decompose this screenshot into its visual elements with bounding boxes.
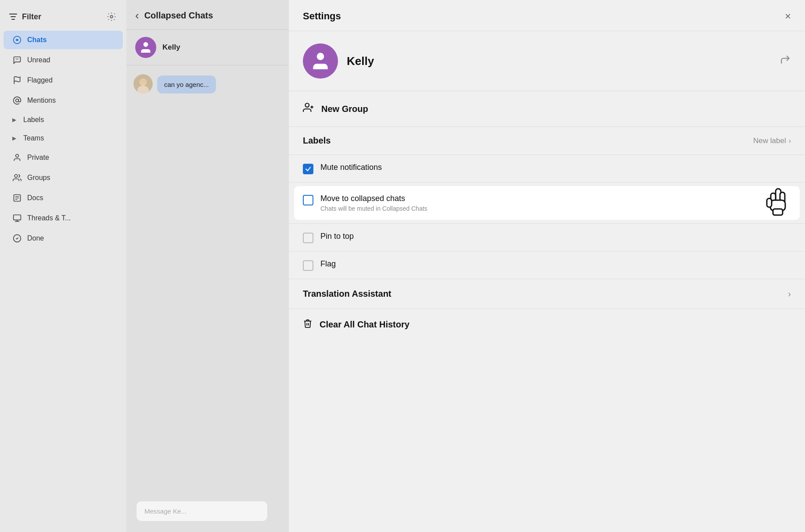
profile-avatar [303, 43, 338, 79]
profile-section: Kelly [289, 31, 805, 91]
sidebar-item-label: Groups [27, 174, 50, 182]
flag-item: Flag [289, 252, 805, 279]
sidebar-item-flagged[interactable]: Flagged [4, 71, 123, 90]
svg-rect-34 [773, 209, 783, 215]
sender-avatar [133, 74, 153, 93]
settings-header: Settings × [289, 0, 805, 31]
chat-user-row[interactable]: Kelly [126, 30, 289, 65]
new-label-button[interactable]: New label › [753, 137, 791, 145]
svg-rect-33 [767, 198, 772, 207]
profile-action-icon[interactable] [780, 54, 791, 68]
message-input[interactable]: Message Ke... [136, 501, 268, 521]
move-to-collapsed-item: Move to collapsed chats Chats will be mu… [294, 186, 800, 220]
move-to-collapsed-label: Move to collapsed chats [320, 194, 428, 203]
svg-point-6 [16, 39, 18, 41]
middle-header: ‹ Collapsed Chats [126, 0, 289, 30]
middle-panel: ‹ Collapsed Chats Kelly [126, 0, 289, 532]
svg-point-10 [16, 155, 19, 158]
flag-icon [12, 75, 22, 85]
svg-point-20 [144, 42, 148, 47]
message-row: can yo agenc... [126, 65, 289, 102]
gear-icon[interactable] [105, 11, 118, 23]
docs-icon [12, 193, 22, 203]
move-to-collapsed-wrapper: Move to collapsed chats Chats will be mu… [289, 183, 805, 224]
chats-icon [12, 35, 22, 45]
person-icon [12, 153, 22, 162]
new-group-label: New Group [321, 104, 368, 114]
svg-point-25 [317, 53, 324, 60]
labels-section: Labels New label › [289, 127, 805, 155]
move-to-collapsed-checkbox[interactable] [303, 195, 313, 205]
flag-checkbox[interactable] [303, 260, 313, 271]
new-label-text: New label [753, 137, 786, 145]
sidebar-item-unread[interactable]: Unread [4, 51, 123, 69]
sidebar-item-label: Unread [27, 56, 50, 64]
sidebar-item-label: Mentions [27, 97, 56, 104]
pin-to-top-checkbox[interactable] [303, 233, 313, 243]
pin-to-top-item: Pin to top [289, 224, 805, 252]
sidebar-item-teams[interactable]: ▶ Teams [4, 130, 123, 147]
move-to-collapsed-sublabel: Chats will be muted in Collapsed Chats [320, 205, 428, 212]
new-group-section[interactable]: New Group [289, 91, 805, 127]
sidebar: Filter Chats Unread [0, 0, 126, 532]
flag-label: Flag [320, 259, 336, 269]
sidebar-item-label: Threads & T... [27, 214, 71, 222]
threads-icon [12, 213, 22, 223]
chevron-right-icon: › [789, 137, 791, 145]
sidebar-item-done[interactable]: Done [4, 229, 123, 248]
sidebar-filter-label[interactable]: Filter [22, 12, 41, 22]
sidebar-item-label: Labels [23, 116, 44, 124]
sidebar-item-private[interactable]: Private [4, 148, 123, 167]
sidebar-item-labels[interactable]: ▶ Labels [4, 111, 123, 128]
bubble-text: can yo agenc... [164, 81, 209, 88]
sidebar-item-groups[interactable]: Groups [4, 169, 123, 187]
sidebar-item-chats[interactable]: Chats [4, 31, 123, 49]
expand-arrow-icon: ▶ [12, 135, 16, 141]
close-button[interactable]: × [785, 11, 791, 22]
svg-point-11 [14, 175, 18, 178]
mute-notifications-item: Mute notifications [289, 155, 805, 183]
move-to-collapsed-text: Move to collapsed chats Chats will be mu… [320, 194, 428, 212]
chat-user-name: Kelly [162, 43, 180, 52]
back-button[interactable]: ‹ [135, 9, 139, 22]
group-icon [12, 173, 22, 183]
svg-point-3 [110, 15, 113, 18]
sidebar-header: Filter [0, 7, 126, 30]
new-group-icon [303, 102, 314, 116]
clear-history-label: Clear All Chat History [320, 320, 410, 330]
done-icon [12, 234, 22, 243]
sidebar-item-label: Chats [27, 36, 47, 44]
pin-to-top-label: Pin to top [320, 232, 354, 241]
sidebar-item-label: Done [27, 234, 44, 242]
svg-point-24 [140, 79, 146, 85]
mention-icon [12, 96, 22, 105]
translation-assistant-section[interactable]: Translation Assistant › [289, 279, 805, 309]
svg-point-9 [16, 99, 19, 102]
cursor-hand-icon [765, 187, 791, 220]
sidebar-item-label: Teams [23, 134, 44, 142]
filter-icon [9, 13, 18, 20]
sidebar-item-label: Private [27, 154, 49, 162]
translation-assistant-title: Translation Assistant [303, 289, 392, 299]
collapsed-chats-title: Collapsed Chats [144, 11, 213, 21]
mute-notifications-checkbox[interactable] [303, 164, 313, 174]
mute-notifications-label: Mute notifications [320, 163, 382, 172]
sidebar-item-label: Flagged [27, 76, 53, 84]
message-bubble: can yo agenc... [157, 75, 216, 93]
sidebar-item-label: Docs [27, 194, 43, 202]
trash-icon [303, 319, 313, 331]
settings-title: Settings [303, 11, 341, 22]
profile-left: Kelly [303, 43, 374, 79]
sidebar-item-docs[interactable]: Docs [4, 189, 123, 207]
sidebar-item-mentions[interactable]: Mentions [4, 91, 123, 110]
labels-title: Labels [303, 136, 331, 146]
settings-panel: Settings × Kelly [289, 0, 805, 532]
profile-name: Kelly [347, 54, 374, 68]
expand-arrow-icon: ▶ [12, 117, 16, 123]
sidebar-item-threads[interactable]: Threads & T... [4, 209, 123, 227]
user-avatar [135, 37, 156, 58]
translation-chevron-icon: › [788, 289, 791, 299]
svg-rect-16 [14, 215, 21, 220]
chat-area: can yo agenc... [126, 65, 289, 532]
clear-history-section[interactable]: Clear All Chat History [289, 309, 805, 340]
